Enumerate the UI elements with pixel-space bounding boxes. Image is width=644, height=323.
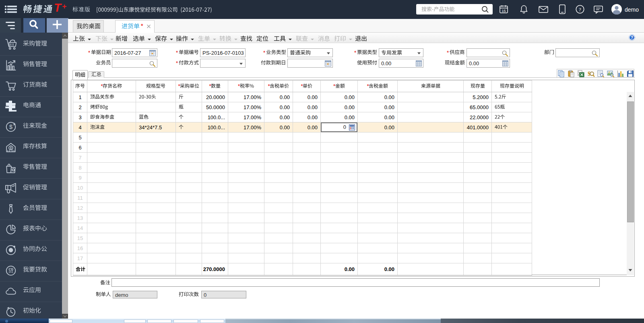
svg-text:$: $ — [9, 123, 13, 130]
svg-text:?: ? — [579, 6, 581, 12]
svg-text:?: ? — [631, 35, 633, 40]
svg-text:15: 15 — [502, 9, 506, 13]
